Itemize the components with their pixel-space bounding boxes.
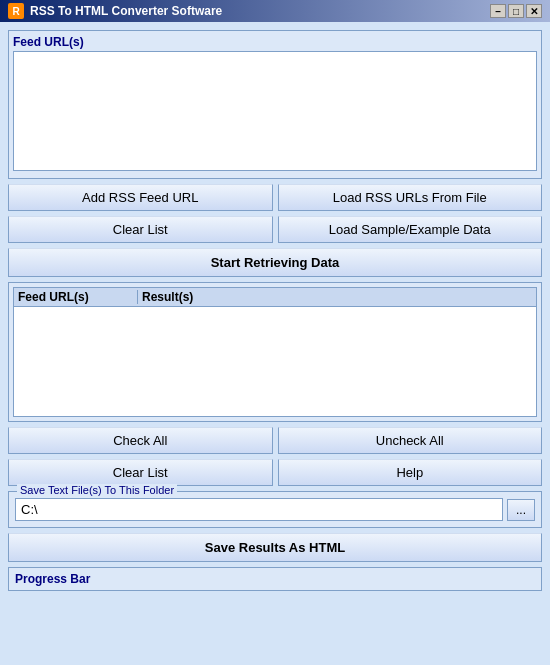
save-folder-input[interactable] [15, 498, 503, 521]
maximize-button[interactable]: □ [508, 4, 524, 18]
progress-bar-section: Progress Bar [8, 567, 542, 591]
feed-urls-section: Feed URL(s) [8, 30, 542, 179]
start-retrieving-button[interactable]: Start Retrieving Data [8, 248, 542, 277]
title-bar-left: R RSS To HTML Converter Software [8, 3, 222, 19]
save-folder-section: Save Text File(s) To This Folder ... [8, 491, 542, 528]
save-folder-row: ... [15, 498, 535, 521]
help-button[interactable]: Help [278, 459, 543, 486]
load-sample-button[interactable]: Load Sample/Example Data [278, 216, 543, 243]
results-header: Feed URL(s) Result(s) [14, 288, 536, 307]
top-button-row-2: Clear List Load Sample/Example Data [8, 216, 542, 243]
results-list: Feed URL(s) Result(s) [13, 287, 537, 417]
close-button[interactable]: ✕ [526, 4, 542, 18]
progress-bar-label: Progress Bar [15, 572, 90, 586]
results-col1-header: Feed URL(s) [18, 290, 138, 304]
app-icon: R [8, 3, 24, 19]
feed-urls-label: Feed URL(s) [13, 35, 537, 49]
bottom-button-row-1: Check All Uncheck All [8, 427, 542, 454]
save-results-button[interactable]: Save Results As HTML [8, 533, 542, 562]
minimize-button[interactable]: – [490, 4, 506, 18]
check-all-button[interactable]: Check All [8, 427, 273, 454]
top-button-row-1: Add RSS Feed URL Load RSS URLs From File [8, 184, 542, 211]
window-controls: – □ ✕ [490, 4, 542, 18]
uncheck-all-button[interactable]: Uncheck All [278, 427, 543, 454]
feed-urls-textarea[interactable] [13, 51, 537, 171]
results-section: Feed URL(s) Result(s) [8, 282, 542, 422]
load-from-file-button[interactable]: Load RSS URLs From File [278, 184, 543, 211]
clear-list-top-button[interactable]: Clear List [8, 216, 273, 243]
save-folder-label: Save Text File(s) To This Folder [17, 484, 177, 496]
window-title: RSS To HTML Converter Software [30, 4, 222, 18]
main-content: Feed URL(s) Add RSS Feed URL Load RSS UR… [0, 22, 550, 665]
browse-button[interactable]: ... [507, 499, 535, 521]
add-rss-url-button[interactable]: Add RSS Feed URL [8, 184, 273, 211]
title-bar: R RSS To HTML Converter Software – □ ✕ [0, 0, 550, 22]
results-col2-header: Result(s) [138, 290, 193, 304]
clear-list-bottom-button[interactable]: Clear List [8, 459, 273, 486]
bottom-button-row-2: Clear List Help [8, 459, 542, 486]
